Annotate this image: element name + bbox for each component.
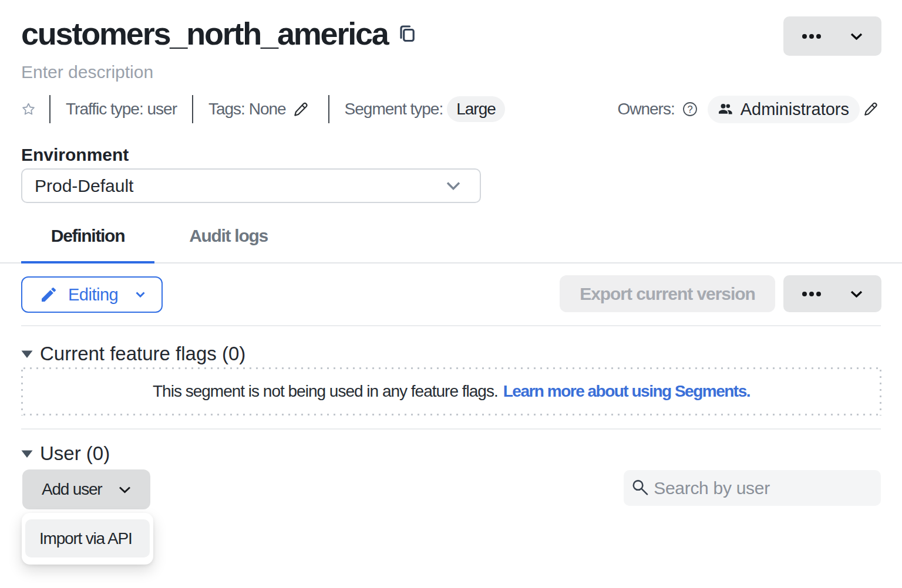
svg-text:?: ? [687, 104, 692, 114]
